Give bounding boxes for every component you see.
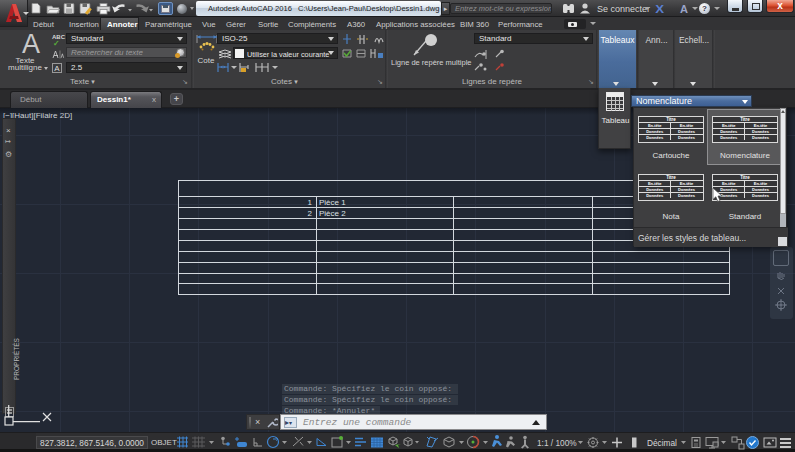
- svg-text:1:1 / 100%: 1:1 / 100%: [537, 438, 577, 448]
- svg-text:Décimal: Décimal: [647, 438, 677, 448]
